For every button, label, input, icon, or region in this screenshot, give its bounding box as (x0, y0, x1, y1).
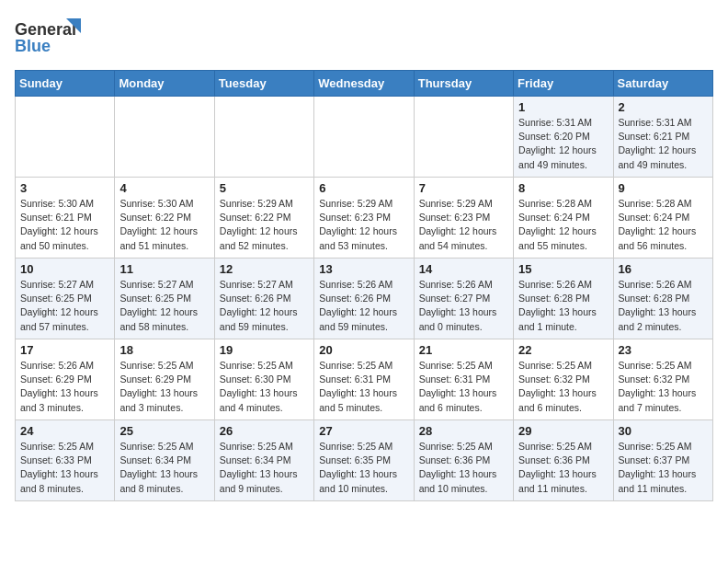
calendar-table: SundayMondayTuesdayWednesdayThursdayFrid… (15, 70, 713, 501)
calendar-cell: 5Sunrise: 5:29 AMSunset: 6:22 PMDaylight… (214, 178, 313, 259)
calendar-cell: 27Sunrise: 5:25 AMSunset: 6:35 PMDayligh… (314, 420, 414, 501)
day-info: Sunrise: 5:29 AMSunset: 6:22 PMDaylight:… (220, 197, 309, 253)
calendar-cell: 13Sunrise: 5:26 AMSunset: 6:26 PMDayligh… (314, 259, 414, 339)
day-number: 10 (20, 262, 109, 276)
day-number: 2 (619, 100, 708, 114)
day-info: Sunrise: 5:25 AMSunset: 6:31 PMDaylight:… (419, 359, 508, 415)
day-number: 16 (619, 262, 708, 276)
calendar-cell: 10Sunrise: 5:27 AMSunset: 6:25 PMDayligh… (16, 259, 115, 339)
calendar-cell (16, 97, 115, 178)
calendar-cell: 25Sunrise: 5:25 AMSunset: 6:34 PMDayligh… (115, 420, 214, 501)
calendar-cell: 21Sunrise: 5:25 AMSunset: 6:31 PMDayligh… (414, 339, 513, 420)
day-number: 15 (518, 262, 608, 276)
header-tuesday: Tuesday (214, 71, 313, 97)
calendar-cell: 26Sunrise: 5:25 AMSunset: 6:34 PMDayligh… (214, 420, 313, 501)
header-sunday: Sunday (16, 71, 115, 97)
day-number: 21 (419, 343, 508, 357)
day-number: 26 (220, 424, 309, 438)
calendar-cell: 15Sunrise: 5:26 AMSunset: 6:28 PMDayligh… (514, 259, 613, 339)
day-number: 22 (518, 343, 608, 357)
day-number: 30 (619, 424, 708, 438)
day-number: 6 (319, 181, 408, 195)
calendar-cell: 4Sunrise: 5:30 AMSunset: 6:22 PMDaylight… (115, 178, 214, 259)
day-number: 18 (119, 343, 209, 357)
day-info: Sunrise: 5:25 AMSunset: 6:32 PMDaylight:… (518, 359, 608, 415)
header-wednesday: Wednesday (314, 71, 414, 97)
calendar-cell: 2Sunrise: 5:31 AMSunset: 6:21 PMDaylight… (613, 97, 712, 178)
day-info: Sunrise: 5:26 AMSunset: 6:27 PMDaylight:… (419, 278, 508, 334)
day-info: Sunrise: 5:25 AMSunset: 6:32 PMDaylight:… (619, 359, 708, 415)
day-info: Sunrise: 5:28 AMSunset: 6:24 PMDaylight:… (619, 197, 708, 253)
day-info: Sunrise: 5:25 AMSunset: 6:29 PMDaylight:… (119, 359, 209, 415)
calendar-cell (115, 97, 214, 178)
day-info: Sunrise: 5:28 AMSunset: 6:24 PMDaylight:… (518, 197, 608, 253)
calendar-cell: 9Sunrise: 5:28 AMSunset: 6:24 PMDaylight… (613, 178, 712, 259)
calendar-cell: 19Sunrise: 5:25 AMSunset: 6:30 PMDayligh… (214, 339, 313, 420)
day-number: 17 (20, 343, 109, 357)
logo: GeneralBlue (15, 15, 88, 61)
day-number: 29 (518, 424, 608, 438)
day-number: 7 (419, 181, 508, 195)
day-info: Sunrise: 5:25 AMSunset: 6:31 PMDaylight:… (319, 359, 408, 415)
day-number: 27 (319, 424, 408, 438)
calendar-week-row: 1Sunrise: 5:31 AMSunset: 6:20 PMDaylight… (16, 97, 713, 178)
day-info: Sunrise: 5:30 AMSunset: 6:21 PMDaylight:… (20, 197, 109, 253)
day-info: Sunrise: 5:26 AMSunset: 6:29 PMDaylight:… (20, 359, 109, 415)
day-number: 4 (119, 181, 209, 195)
day-info: Sunrise: 5:25 AMSunset: 6:34 PMDaylight:… (119, 440, 209, 496)
calendar-cell: 6Sunrise: 5:29 AMSunset: 6:23 PMDaylight… (314, 178, 414, 259)
calendar-header: SundayMondayTuesdayWednesdayThursdayFrid… (16, 71, 713, 97)
day-info: Sunrise: 5:31 AMSunset: 6:21 PMDaylight:… (619, 116, 708, 172)
calendar-cell: 18Sunrise: 5:25 AMSunset: 6:29 PMDayligh… (115, 339, 214, 420)
day-info: Sunrise: 5:25 AMSunset: 6:33 PMDaylight:… (20, 440, 109, 496)
page-header: GeneralBlue (15, 15, 713, 61)
calendar-cell: 29Sunrise: 5:25 AMSunset: 6:36 PMDayligh… (514, 420, 613, 501)
day-number: 5 (220, 181, 309, 195)
day-number: 3 (20, 181, 109, 195)
calendar-body: 1Sunrise: 5:31 AMSunset: 6:20 PMDaylight… (16, 97, 713, 501)
day-number: 24 (20, 424, 109, 438)
day-number: 8 (518, 181, 608, 195)
calendar-cell: 24Sunrise: 5:25 AMSunset: 6:33 PMDayligh… (16, 420, 115, 501)
day-info: Sunrise: 5:25 AMSunset: 6:34 PMDaylight:… (220, 440, 309, 496)
day-info: Sunrise: 5:26 AMSunset: 6:26 PMDaylight:… (319, 278, 408, 334)
day-number: 9 (619, 181, 708, 195)
day-number: 19 (220, 343, 309, 357)
calendar-cell: 30Sunrise: 5:25 AMSunset: 6:37 PMDayligh… (613, 420, 712, 501)
calendar-week-row: 17Sunrise: 5:26 AMSunset: 6:29 PMDayligh… (16, 339, 713, 420)
day-number: 13 (319, 262, 408, 276)
day-number: 14 (419, 262, 508, 276)
calendar-cell: 22Sunrise: 5:25 AMSunset: 6:32 PMDayligh… (514, 339, 613, 420)
day-number: 1 (518, 100, 608, 114)
day-number: 20 (319, 343, 408, 357)
day-info: Sunrise: 5:29 AMSunset: 6:23 PMDaylight:… (319, 197, 408, 253)
day-info: Sunrise: 5:26 AMSunset: 6:28 PMDaylight:… (518, 278, 608, 334)
logo-svg: GeneralBlue (15, 15, 88, 61)
svg-text:Blue: Blue (15, 37, 51, 55)
calendar-cell: 17Sunrise: 5:26 AMSunset: 6:29 PMDayligh… (16, 339, 115, 420)
day-info: Sunrise: 5:26 AMSunset: 6:28 PMDaylight:… (619, 278, 708, 334)
day-info: Sunrise: 5:27 AMSunset: 6:26 PMDaylight:… (220, 278, 309, 334)
header-row: SundayMondayTuesdayWednesdayThursdayFrid… (16, 71, 713, 97)
calendar-cell: 16Sunrise: 5:26 AMSunset: 6:28 PMDayligh… (613, 259, 712, 339)
calendar-week-row: 10Sunrise: 5:27 AMSunset: 6:25 PMDayligh… (16, 259, 713, 339)
calendar-cell (214, 97, 313, 178)
calendar-cell (314, 97, 414, 178)
day-number: 11 (119, 262, 209, 276)
calendar-week-row: 24Sunrise: 5:25 AMSunset: 6:33 PMDayligh… (16, 420, 713, 501)
header-saturday: Saturday (613, 71, 712, 97)
calendar-cell: 14Sunrise: 5:26 AMSunset: 6:27 PMDayligh… (414, 259, 513, 339)
day-info: Sunrise: 5:25 AMSunset: 6:36 PMDaylight:… (518, 440, 608, 496)
calendar-cell: 7Sunrise: 5:29 AMSunset: 6:23 PMDaylight… (414, 178, 513, 259)
calendar-cell: 1Sunrise: 5:31 AMSunset: 6:20 PMDaylight… (514, 97, 613, 178)
svg-text:General: General (15, 20, 76, 39)
header-friday: Friday (514, 71, 613, 97)
day-number: 25 (119, 424, 209, 438)
calendar-cell: 8Sunrise: 5:28 AMSunset: 6:24 PMDaylight… (514, 178, 613, 259)
day-info: Sunrise: 5:25 AMSunset: 6:35 PMDaylight:… (319, 440, 408, 496)
day-info: Sunrise: 5:31 AMSunset: 6:20 PMDaylight:… (518, 116, 608, 172)
calendar-cell: 3Sunrise: 5:30 AMSunset: 6:21 PMDaylight… (16, 178, 115, 259)
calendar-cell: 11Sunrise: 5:27 AMSunset: 6:25 PMDayligh… (115, 259, 214, 339)
day-info: Sunrise: 5:25 AMSunset: 6:37 PMDaylight:… (619, 440, 708, 496)
calendar-cell: 20Sunrise: 5:25 AMSunset: 6:31 PMDayligh… (314, 339, 414, 420)
